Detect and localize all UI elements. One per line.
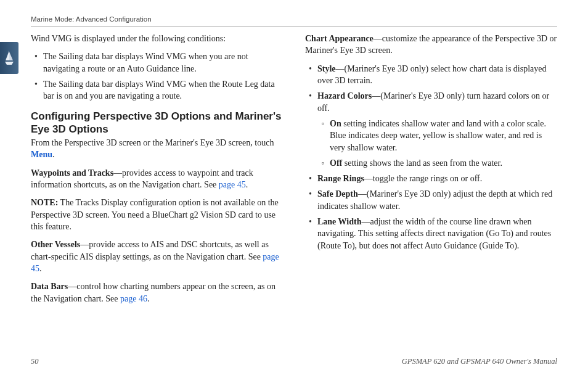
- hazard-sublist: On setting indicates shallow water and l…: [317, 118, 557, 169]
- page-number: 50: [31, 357, 39, 366]
- menu-link[interactable]: Menu: [31, 150, 52, 159]
- chart-appearance-label: Chart Appearance: [305, 34, 374, 43]
- right-column: Chart Appearance—customize the appearanc…: [305, 33, 557, 311]
- list-item: Hazard Colors—(Mariner's Eye 3D only) tu…: [305, 90, 557, 169]
- page-link[interactable]: page 45: [219, 180, 246, 189]
- lane-width-label: Lane Width: [317, 217, 361, 226]
- text: setting shows the land as seen from the …: [342, 158, 502, 168]
- text: —toggle the range rings on or off.: [364, 174, 482, 183]
- wind-vmg-intro: Wind VMG is displayed under the followin…: [31, 33, 283, 44]
- data-bars-paragraph: Data Bars—control how charting numbers a…: [31, 281, 283, 305]
- text: —(Mariner's Eye 3D only) select how char…: [317, 64, 546, 85]
- note-label: NOTE:: [31, 198, 58, 207]
- text: setting indicates shallow water and land…: [330, 119, 546, 152]
- page-link[interactable]: page 46: [120, 294, 147, 303]
- list-item: On setting indicates shallow water and l…: [317, 118, 557, 154]
- chart-appearance-paragraph: Chart Appearance—customize the appearanc…: [305, 33, 557, 57]
- off-label: Off: [330, 158, 342, 168]
- sailboat-icon: [4, 49, 14, 67]
- list-item: The Sailing data bar displays Wind VMG w…: [31, 51, 283, 75]
- chart-options-list: Style—(Mariner's Eye 3D only) select how…: [305, 63, 557, 252]
- list-item: Off setting shows the land as seen from …: [317, 157, 557, 169]
- style-label: Style: [317, 64, 336, 73]
- waypoints-paragraph: Waypoints and Tracks—provides access to …: [31, 167, 283, 191]
- section-heading: Configuring Perspective 3D Options and M…: [31, 110, 283, 136]
- other-vessels-paragraph: Other Vessels—provide access to AIS and …: [31, 239, 283, 274]
- manual-title: GPSMAP 620 and GPSMAP 640 Owner's Manual: [402, 357, 557, 366]
- other-vessels-label: Other Vessels: [31, 240, 80, 249]
- on-label: On: [330, 119, 341, 128]
- data-bars-label: Data Bars: [31, 282, 68, 291]
- from-text: From the Perspective 3D screen or the Ma…: [31, 137, 283, 161]
- conditions-list: The Sailing data bar displays Wind VMG w…: [31, 51, 283, 102]
- page-footer: 50 GPSMAP 620 and GPSMAP 640 Owner's Man…: [31, 357, 557, 366]
- list-item: The Sailing data bar displays Wind VMG w…: [31, 78, 283, 102]
- text: .: [147, 294, 150, 303]
- running-header: Marine Mode: Advanced Configuration: [31, 15, 557, 27]
- text: —control how charting numbers appear on …: [31, 282, 276, 303]
- text: .: [246, 180, 248, 189]
- text: .: [52, 150, 55, 159]
- text: From the Perspective 3D screen or the Ma…: [31, 138, 274, 147]
- note-paragraph: NOTE: The Tracks Display configuration o…: [31, 197, 283, 232]
- text: .: [39, 264, 42, 273]
- content-columns: Wind VMG is displayed under the followin…: [31, 33, 557, 311]
- text: The Tracks Display configuration option …: [31, 198, 279, 231]
- hazard-colors-label: Hazard Colors: [317, 91, 372, 100]
- list-item: Range Rings—toggle the range rings on or…: [305, 173, 557, 184]
- range-rings-label: Range Rings: [317, 174, 364, 183]
- left-column: Wind VMG is displayed under the followin…: [31, 33, 283, 311]
- section-tab: [0, 42, 18, 74]
- waypoints-label: Waypoints and Tracks: [31, 168, 113, 178]
- list-item: Style—(Mariner's Eye 3D only) select how…: [305, 63, 557, 87]
- safe-depth-label: Safe Depth: [317, 189, 358, 199]
- list-item: Lane Width—adjust the width of the cours…: [305, 216, 557, 252]
- list-item: Safe Depth—(Mariner's Eye 3D only) adjus…: [305, 188, 557, 212]
